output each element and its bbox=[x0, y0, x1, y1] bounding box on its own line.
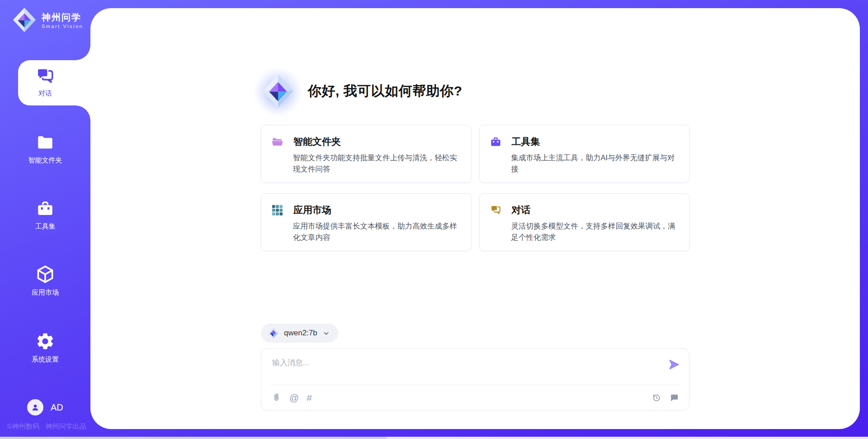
paperclip-icon bbox=[271, 392, 282, 403]
send-button[interactable] bbox=[668, 358, 680, 372]
brand-title: 神州问学 bbox=[42, 12, 83, 23]
greeting-text: 你好, 我可以如何帮助你? bbox=[308, 82, 462, 100]
gear-icon bbox=[35, 331, 55, 351]
feedback-button[interactable] bbox=[669, 393, 679, 403]
at-icon[interactable]: @ bbox=[289, 393, 299, 402]
feature-cards: 智能文件夹 智能文件夹功能支持批量文件上传与清洗，轻松实现文件问答 工具集 集成… bbox=[261, 125, 689, 251]
sidebar-item-settings[interactable]: 系统设置 bbox=[0, 331, 90, 364]
model-name: qwen2:7b bbox=[284, 329, 317, 338]
chevron-down-icon bbox=[322, 329, 330, 337]
message-input[interactable]: 输入消息... bbox=[272, 358, 678, 368]
card-title: 智能文件夹 bbox=[293, 135, 341, 148]
card-app-market[interactable]: 应用市场 应用市场提供丰富长文本模板，助力高效生成多样化文章内容 bbox=[261, 193, 472, 251]
brand-diamond-icon bbox=[261, 74, 295, 108]
user-account[interactable]: AD bbox=[27, 399, 63, 415]
card-title: 应用市场 bbox=[293, 204, 331, 216]
sidebar-item-chat[interactable]: 对话 bbox=[18, 60, 90, 105]
card-description: 智能文件夹功能支持批量文件上传与清洗，轻松实现文件问答 bbox=[293, 152, 460, 175]
comment-icon bbox=[669, 393, 679, 403]
card-smart-folder[interactable]: 智能文件夹 智能文件夹功能支持批量文件上传与清洗，轻松实现文件问答 bbox=[261, 125, 472, 183]
card-title: 工具集 bbox=[512, 135, 540, 148]
toolbox-icon bbox=[36, 199, 55, 218]
brand-diamond-icon bbox=[12, 7, 37, 34]
brand-logo: 神州问学 Smart Vision bbox=[12, 7, 83, 34]
hero-greeting: 你好, 我可以如何帮助你? bbox=[261, 74, 689, 108]
sidebar-item-label: 对话 bbox=[38, 89, 52, 98]
card-title: 对话 bbox=[512, 204, 531, 216]
message-composer: 输入消息... @ # bbox=[261, 348, 689, 410]
sidebar-item-label: 工具集 bbox=[35, 222, 56, 231]
hash-icon[interactable]: # bbox=[307, 393, 312, 402]
user-name: AD bbox=[51, 402, 63, 413]
brand-diamond-icon bbox=[267, 327, 279, 339]
app-grid-icon bbox=[271, 204, 283, 216]
folder-icon bbox=[36, 133, 55, 152]
sidebar-item-app-market[interactable]: 应用市场 bbox=[0, 264, 90, 297]
sidebar-item-label: 智能文件夹 bbox=[28, 156, 62, 165]
send-icon bbox=[668, 358, 680, 371]
cube-icon bbox=[35, 264, 55, 284]
brand-subtitle: Smart Vision bbox=[42, 24, 83, 29]
card-description: 应用市场提供丰富长文本模板，助力高效生成多样化文章内容 bbox=[293, 220, 460, 243]
avatar bbox=[27, 399, 43, 415]
chat-icon bbox=[490, 204, 502, 216]
main-panel: 你好, 我可以如何帮助你? 智能文件夹 智能文件夹功能支持批量文件上传与清洗，轻… bbox=[90, 8, 860, 429]
history-button[interactable] bbox=[651, 393, 661, 403]
horizontal-scrollbar[interactable] bbox=[0, 437, 868, 439]
history-icon bbox=[651, 393, 661, 403]
sidebar-item-toolset[interactable]: 工具集 bbox=[0, 199, 90, 231]
sidebar-item-smart-folder[interactable]: 智能文件夹 bbox=[0, 133, 90, 165]
toolbox-icon bbox=[490, 136, 502, 148]
sidebar-item-label: 系统设置 bbox=[32, 355, 59, 364]
copyright-footer: ©神州数码 · 神州问学出品 bbox=[7, 422, 86, 431]
horizontal-scrollbar-thumb[interactable] bbox=[0, 437, 387, 439]
card-description: 集成市场上主流工具，助力AI与外界无缝扩展与对接 bbox=[511, 152, 679, 175]
card-description: 灵活切换多模型文件，支持多样回复效果调试，满足个性化需求 bbox=[511, 220, 679, 243]
person-icon bbox=[30, 402, 40, 412]
card-chat[interactable]: 对话 灵活切换多模型文件，支持多样回复效果调试，满足个性化需求 bbox=[479, 193, 690, 251]
chat-icon bbox=[35, 66, 56, 87]
attach-file-button[interactable] bbox=[271, 392, 282, 403]
folder-open-icon bbox=[271, 136, 283, 148]
model-selector[interactable]: qwen2:7b bbox=[261, 324, 338, 343]
sidebar-item-label: 应用市场 bbox=[32, 288, 59, 297]
card-toolset[interactable]: 工具集 集成市场上主流工具，助力AI与外界无缝扩展与对接 bbox=[479, 125, 690, 183]
sidebar: 神州问学 Smart Vision 对话 智能文件夹 工具集 bbox=[0, 0, 90, 439]
app-window: 神州问学 Smart Vision 对话 智能文件夹 工具集 bbox=[0, 0, 868, 439]
